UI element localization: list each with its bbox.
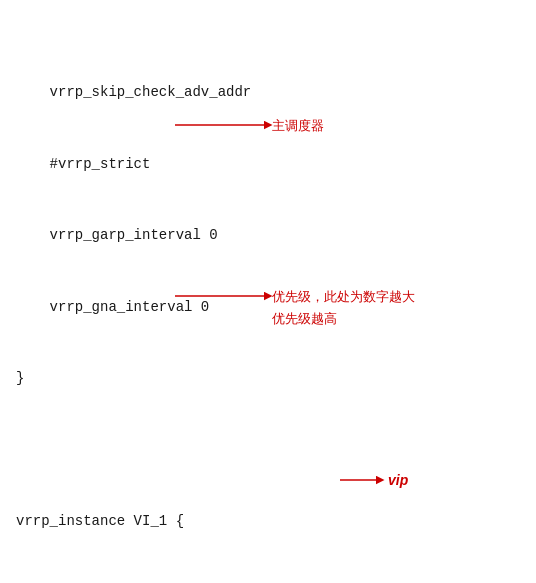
code-block: vrrp_skip_check_adv_addr #vrrp_strict vr… <box>16 10 520 583</box>
line-vrrp-gna: vrrp_gna_interval 0 <box>16 296 520 320</box>
line-blank <box>16 438 520 462</box>
line-vrrp-skip: vrrp_skip_check_adv_addr <box>16 81 520 105</box>
line-close-brace1: } <box>16 367 520 391</box>
line-vrrp-strict: #vrrp_strict <box>16 153 520 177</box>
line-vrrp-garp: vrrp_garp_interval 0 <box>16 224 520 248</box>
line-vrrp-instance: vrrp_instance VI_1 { <box>16 510 520 534</box>
